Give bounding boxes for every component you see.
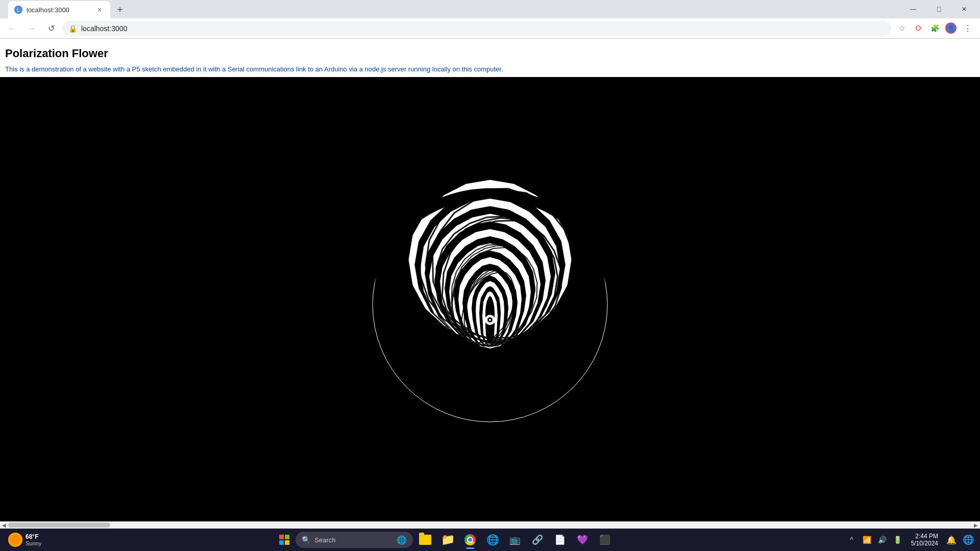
file-explorer-icon bbox=[419, 535, 431, 545]
address-bar-row: ← → ↺ 🔒 localhost:3000 ☆ O 🧩 👤 ⋮ bbox=[0, 18, 980, 39]
address-actions: ☆ O 🧩 👤 ⋮ bbox=[894, 20, 976, 37]
back-button[interactable]: ← bbox=[4, 20, 20, 37]
link-icon: 🔗 bbox=[532, 534, 543, 545]
profile-button[interactable]: 👤 bbox=[943, 20, 959, 36]
address-text: localhost:3000 bbox=[81, 24, 885, 33]
chrome-browser-icon bbox=[464, 534, 476, 545]
extensions-button[interactable]: 🧩 bbox=[927, 20, 942, 36]
wifi-icon[interactable]: 📶 bbox=[860, 531, 874, 549]
taskbar-live-tv-icon[interactable]: 📺 bbox=[505, 530, 525, 550]
notification-bell-icon[interactable]: 🔔 bbox=[944, 535, 959, 545]
weather-text: 68°F Sunny bbox=[26, 533, 41, 546]
taskbar-file-explorer-icon[interactable] bbox=[415, 530, 435, 550]
edge-icon: 🌐 bbox=[486, 534, 499, 546]
volume-icon[interactable]: 🔊 bbox=[875, 531, 890, 549]
taskbar: 68°F Sunny 🔍 Search 🌐 📁 bbox=[0, 529, 980, 551]
weather-condition: Sunny bbox=[26, 540, 41, 546]
taskbar-search-bar[interactable]: 🔍 Search 🌐 bbox=[296, 532, 413, 548]
clock-date: 5/10/2024 bbox=[911, 540, 938, 547]
taskbar-vs-icon[interactable]: 💜 bbox=[572, 530, 593, 550]
live-icon: 📺 bbox=[509, 534, 521, 545]
scrollbar-left-arrow[interactable]: ◀ bbox=[0, 521, 8, 529]
restore-button[interactable]: ⎕ bbox=[927, 2, 950, 17]
minimize-button[interactable]: — bbox=[901, 2, 925, 17]
scrollbar-right-arrow[interactable]: ▶ bbox=[972, 521, 980, 529]
window-controls: — ⎕ ✕ bbox=[901, 2, 976, 17]
polarization-flower-canvas bbox=[357, 167, 623, 432]
taskbar-folder-icon[interactable]: 📁 bbox=[437, 530, 458, 550]
page-description: This is a demonstration of a website wit… bbox=[5, 65, 975, 73]
bookmark-button[interactable]: ☆ bbox=[894, 20, 910, 36]
visual-studio-icon: 💜 bbox=[577, 534, 588, 545]
active-tab[interactable]: L localhost:3000 × bbox=[8, 1, 110, 18]
weather-temperature: 68°F bbox=[26, 533, 41, 540]
system-tray: ^ 📶 🔊 🔋 2:44 PM 5/10/2024 🔔 🌐 bbox=[841, 531, 976, 549]
language-icon[interactable]: 🌐 bbox=[961, 534, 976, 545]
search-placeholder-text: Search bbox=[314, 536, 335, 544]
scrollbar-thumb[interactable] bbox=[8, 522, 110, 528]
pdf-icon: 📄 bbox=[554, 534, 566, 545]
battery-icon[interactable]: 🔋 bbox=[891, 531, 905, 549]
sys-tray-icons: ^ 📶 🔊 🔋 bbox=[845, 531, 905, 549]
weather-icon bbox=[8, 533, 22, 547]
folder-icon: 📁 bbox=[441, 533, 455, 546]
taskbar-terminal-icon[interactable]: ⬛ bbox=[595, 530, 615, 550]
taskbar-chrome-icon[interactable] bbox=[460, 530, 480, 550]
tab-title: localhost:3000 bbox=[27, 6, 91, 14]
tab-close-button[interactable]: × bbox=[95, 5, 104, 14]
tab-bar: L localhost:3000 × + bbox=[4, 0, 897, 18]
search-icon: 🔍 bbox=[302, 536, 310, 544]
new-tab-button[interactable]: + bbox=[112, 2, 128, 17]
refresh-button[interactable]: ↺ bbox=[43, 20, 59, 37]
opera-button[interactable]: O bbox=[911, 20, 926, 36]
svg-text:L: L bbox=[17, 7, 20, 13]
title-bar: L localhost:3000 × + — ⎕ ✕ bbox=[0, 0, 980, 18]
p5-sketch-container bbox=[0, 77, 980, 521]
windows-logo-icon bbox=[279, 535, 289, 545]
taskbar-clock[interactable]: 2:44 PM 5/10/2024 bbox=[907, 533, 942, 547]
browser-window: L localhost:3000 × + — ⎕ ✕ ← → ↺ 🔒 local… bbox=[0, 0, 980, 551]
browser-menu-button[interactable]: ⋮ bbox=[960, 20, 976, 37]
bing-icon: 🌐 bbox=[397, 535, 407, 545]
page-content: Polarization Flower This is a demonstrat… bbox=[0, 39, 980, 521]
forward-button[interactable]: → bbox=[23, 20, 40, 37]
tab-favicon: L bbox=[14, 6, 22, 14]
address-bar[interactable]: 🔒 localhost:3000 bbox=[62, 21, 891, 36]
start-button[interactable] bbox=[275, 531, 293, 549]
taskbar-pdf-icon[interactable]: 📄 bbox=[550, 530, 570, 550]
horizontal-scrollbar: ◀ ▶ bbox=[0, 521, 980, 529]
close-button[interactable]: ✕ bbox=[952, 2, 976, 17]
clock-time: 2:44 PM bbox=[915, 533, 938, 540]
sys-tray-expand-button[interactable]: ^ bbox=[845, 531, 859, 549]
taskbar-link-icon[interactable]: 🔗 bbox=[527, 530, 548, 550]
scrollbar-track[interactable] bbox=[8, 521, 972, 529]
taskbar-weather[interactable]: 68°F Sunny bbox=[4, 533, 50, 547]
terminal-icon: ⬛ bbox=[599, 534, 610, 545]
lock-icon: 🔒 bbox=[68, 24, 77, 33]
page-title: Polarization Flower bbox=[5, 47, 975, 60]
taskbar-edge-icon[interactable]: 🌐 bbox=[482, 530, 503, 550]
svg-point-8 bbox=[489, 319, 491, 321]
